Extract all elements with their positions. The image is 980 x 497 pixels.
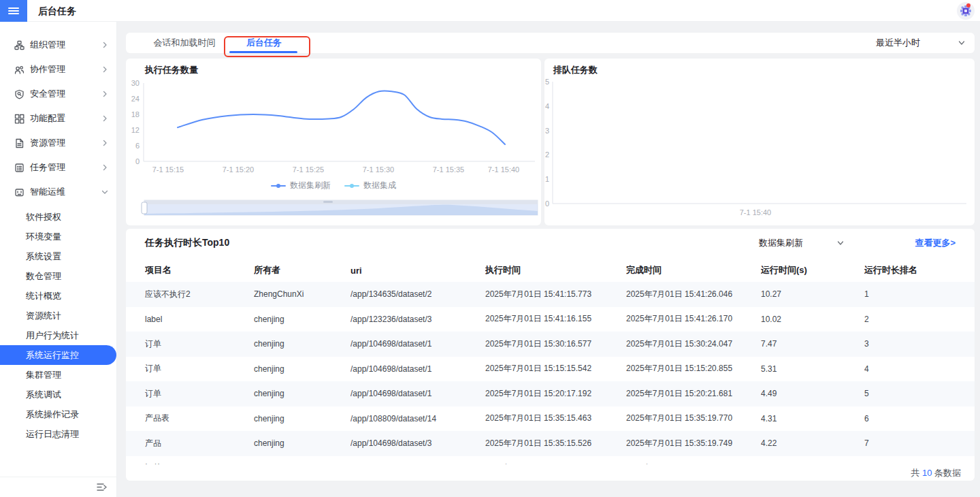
svg-text:18: 18 bbox=[131, 110, 140, 118]
sidebar-subitem-4[interactable]: 数仓管理 bbox=[0, 266, 116, 286]
svg-text:7-1 15:25: 7-1 15:25 bbox=[293, 165, 324, 174]
svg-text:6: 6 bbox=[135, 142, 140, 150]
sidebar-item-label: 功能配置 bbox=[30, 112, 101, 125]
table-cell: 2025年7月01日 15:41:26.170 bbox=[626, 313, 761, 325]
svg-text:30: 30 bbox=[131, 79, 140, 87]
sidebar-subitem-5[interactable]: 统计概览 bbox=[0, 286, 116, 306]
view-more-link[interactable]: 查看更多> bbox=[915, 237, 956, 249]
chart-legend: 数据集刷新数据集成 bbox=[126, 180, 541, 191]
svg-text:0: 0 bbox=[135, 157, 140, 165]
sidebar-item-label: 组织管理 bbox=[30, 39, 101, 51]
sidebar-item-3[interactable]: 安全管理 bbox=[0, 82, 116, 106]
table-cell: 2025年7月01日 15:35:15.849 bbox=[485, 462, 626, 464]
table-cell: 应该不执行2 bbox=[145, 289, 254, 300]
active-tab-underline bbox=[229, 51, 297, 53]
chevron-right-icon bbox=[101, 65, 108, 75]
table-cell: 2025年7月01日 15:20:17.192 bbox=[485, 388, 626, 400]
table-cell: 订单 bbox=[145, 363, 254, 374]
table-cell: 2025年7月01日 15:41:16.155 bbox=[485, 313, 626, 325]
sidebar-item-7[interactable]: 智能运维 bbox=[0, 180, 116, 204]
datazoom-left-handle[interactable] bbox=[142, 202, 147, 214]
sidebar-subitem-8[interactable]: 系统运行监控 bbox=[0, 345, 116, 365]
table-row: 订单chenjing/app/104698/dataset/12025年7月01… bbox=[126, 381, 975, 406]
table-cell: label bbox=[145, 315, 254, 324]
sidebar-item-2[interactable]: 协作管理 bbox=[0, 57, 116, 82]
tab-bar: 会话和加载时间后台任务 最近半小时 bbox=[126, 33, 975, 53]
time-range-value: 最近半小时 bbox=[876, 37, 920, 49]
series-line-refresh bbox=[178, 91, 505, 144]
column-header-3: uri bbox=[350, 266, 485, 276]
sidebar-item-5[interactable]: 资源管理 bbox=[0, 131, 116, 155]
sidebar-item-4[interactable]: 功能配置 bbox=[0, 106, 116, 131]
table-cell: /app/104698/dataset/1 bbox=[350, 364, 485, 374]
legend-label: 数据集成 bbox=[363, 180, 396, 191]
table-header-row: 项目名所有者uri执行时间完成时间运行时间(s)运行时长排名 bbox=[126, 259, 975, 282]
svg-text:7-1 15:15: 7-1 15:15 bbox=[152, 165, 184, 174]
sidebar-subitem-11[interactable]: 系统操作记录 bbox=[0, 404, 116, 424]
table-cell: chenjing bbox=[254, 364, 350, 374]
chevron-right-icon bbox=[101, 114, 108, 124]
chevron-right-icon bbox=[101, 89, 108, 99]
executing-tasks-line-chart[interactable]: 06121824307-1 15:157-1 15:207-1 15:257-1… bbox=[126, 59, 541, 225]
queued-tasks-line-chart[interactable]: 0123457-1 15:40 bbox=[544, 59, 975, 225]
svg-text:1: 1 bbox=[545, 175, 549, 183]
sidebar-subitem-2[interactable]: 环境变量 bbox=[0, 227, 116, 246]
time-range-select[interactable]: 最近半小时 bbox=[876, 33, 965, 53]
team-icon bbox=[14, 64, 24, 75]
table-cell: 5.31 bbox=[761, 364, 864, 374]
sidebar-subitem-10[interactable]: 系统调试 bbox=[0, 385, 116, 404]
table-cell: /app/108809/dataset/14 bbox=[350, 414, 485, 423]
table-filter-select[interactable]: 数据集刷新 bbox=[759, 237, 844, 249]
table-cell: 产品表 bbox=[145, 413, 254, 424]
datazoom-slider[interactable] bbox=[142, 200, 538, 215]
table-cell: 2 bbox=[864, 315, 975, 324]
sidebar-subitem-6[interactable]: 资源统计 bbox=[0, 306, 116, 325]
svg-text:4: 4 bbox=[545, 102, 549, 110]
hamburger-icon bbox=[8, 7, 19, 14]
table-cell: /app/134635/dataset/2 bbox=[350, 289, 485, 299]
sidebar-item-6[interactable]: 任务管理 bbox=[0, 155, 116, 180]
sidebar-subitem-1[interactable]: 软件授权 bbox=[0, 207, 116, 227]
legend-item-2[interactable]: 数据集成 bbox=[344, 180, 396, 191]
sidebar-subitem-7[interactable]: 用户行为统计 bbox=[0, 325, 116, 345]
table-cell: 2025年7月01日 15:30:24.047 bbox=[626, 338, 761, 350]
svg-text:12: 12 bbox=[131, 126, 140, 134]
legend-item-1[interactable]: 数据集刷新 bbox=[271, 180, 331, 191]
table-cell: 2025年7月01日 15:35:19.770 bbox=[626, 413, 761, 424]
table-cell: /app/123236/dataset/3 bbox=[350, 315, 485, 324]
tab-1[interactable]: 会话和加载时间 bbox=[144, 33, 225, 53]
table-cell: 2025年7月01日 15:15:15.542 bbox=[485, 363, 626, 374]
robot-icon bbox=[14, 187, 24, 197]
app-gear-button[interactable] bbox=[957, 2, 975, 20]
tab-2[interactable]: 后台任务 bbox=[223, 33, 305, 53]
table-cell: 6 bbox=[864, 414, 975, 423]
table-cell: /app/104698/dataset/3 bbox=[350, 438, 485, 448]
table-cell: 4.49 bbox=[761, 389, 864, 398]
sidebar-subitem-12[interactable]: 运行日志清理 bbox=[0, 424, 116, 444]
table-cell: /app/104698/dataset/1 bbox=[350, 339, 485, 349]
sidebar-subitem-3[interactable]: 系统设置 bbox=[0, 246, 116, 266]
table-footer: 共 10 条数据 bbox=[126, 464, 975, 481]
top-header: 后台任务 bbox=[0, 0, 980, 22]
table-cell: /app/104698/dataset/1 bbox=[350, 389, 485, 398]
table-row: 产品chenjing/app/104698/dataset/32025年7月01… bbox=[126, 431, 975, 456]
table-body[interactable]: 应该不执行2ZhengChunXi/app/134635/dataset/220… bbox=[126, 282, 975, 464]
table-cell: 8 bbox=[864, 464, 975, 464]
sidebar-item-1[interactable]: 组织管理 bbox=[0, 33, 116, 57]
table-cell: 2025年7月01日 15:41:15.773 bbox=[485, 289, 626, 300]
shield-icon bbox=[14, 89, 24, 99]
svg-text:3: 3 bbox=[545, 127, 549, 135]
table-cell: 7 bbox=[864, 438, 975, 448]
table-cell: 2025年7月01日 15:41:26.046 bbox=[626, 289, 761, 300]
table-cell: 4.22 bbox=[761, 438, 864, 448]
table-cell: ZhengChunXi bbox=[254, 289, 350, 299]
svg-text:5: 5 bbox=[545, 78, 549, 86]
hamburger-menu-button[interactable] bbox=[0, 0, 27, 22]
table-cell: 订单 bbox=[145, 338, 254, 350]
sidebar-subitem-9[interactable]: 集群管理 bbox=[0, 365, 116, 385]
table-cell: chenjing bbox=[254, 389, 350, 398]
table-cell: 2025年7月01日 15:35:19.749 bbox=[626, 438, 761, 449]
sidebar-collapse-button[interactable] bbox=[97, 483, 107, 492]
column-header-4: 执行时间 bbox=[485, 264, 626, 276]
sidebar-item-label: 任务管理 bbox=[30, 161, 101, 174]
